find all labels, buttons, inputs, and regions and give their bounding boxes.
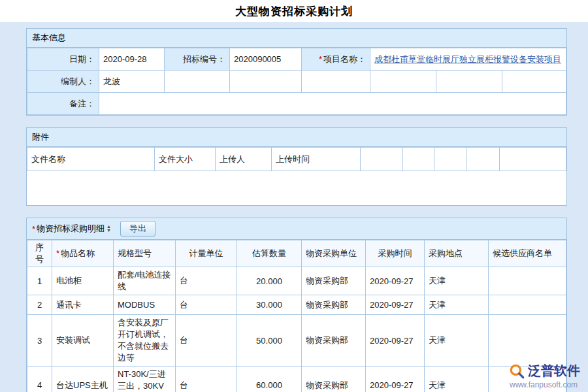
- cell-dept: 物资采购部: [302, 295, 366, 315]
- page-title: 大型物资招标采购计划: [235, 4, 353, 19]
- empty-cell: [230, 71, 302, 93]
- table-row: 日期： 2020-09-28 招标编号： 2020090005 *项目名称： 成…: [27, 48, 566, 71]
- attachments-empty-area: [27, 171, 566, 205]
- table-row: 备注：: [27, 93, 566, 115]
- project-label: *项目名称：: [302, 48, 370, 71]
- table-row: 编制人： 龙波: [27, 71, 566, 93]
- sort-control[interactable]: ▲ ▼: [106, 225, 111, 233]
- table-row: 1 电池柜 配套/电池连接线 台 20.000 物资采购部 2020-09-27…: [27, 267, 566, 295]
- empty-cell: [466, 148, 500, 171]
- cell-name: 安装调试: [52, 315, 114, 367]
- cell-unit: 台: [176, 367, 237, 392]
- bid-no-value: 2020090005: [230, 48, 302, 71]
- content-area: 基本信息 日期： 2020-09-28 招标编号： 2020090005 *项目…: [0, 22, 588, 392]
- attachments-table: 文件名称 文件大小 上传人 上传时间: [27, 147, 566, 171]
- col-header-dept: 物资采购单位: [302, 240, 366, 267]
- empty-cell: [403, 148, 434, 171]
- cell-place: 天津: [425, 295, 489, 315]
- required-mark: *: [319, 54, 322, 64]
- cell-name: 台达UPS主机: [52, 367, 114, 392]
- empty-cell: [370, 71, 436, 93]
- cell-spec: MODBUS: [114, 295, 176, 315]
- attachments-section: 附件 文件名称 文件大小 上传人 上传时间: [26, 127, 567, 206]
- cell-no: 4: [27, 367, 52, 392]
- col-header-date: 采购时间: [366, 240, 425, 267]
- cell-place: 天津: [425, 367, 489, 392]
- col-header-file-name: 文件名称: [27, 148, 155, 171]
- col-header-item-name: *物品名称: [52, 240, 114, 267]
- col-header-no: 序号: [27, 240, 52, 267]
- details-title: 物资招标采购明细: [37, 223, 105, 235]
- cell-unit: 台: [176, 267, 237, 295]
- compiler-value: 龙波: [99, 71, 165, 93]
- cell-unit: 台: [176, 295, 237, 315]
- cell-name: 通讯卡: [52, 295, 114, 315]
- required-mark: *: [56, 248, 59, 258]
- cell-qty: 50.000: [237, 315, 302, 367]
- cell-name: 电池柜: [52, 267, 114, 295]
- table-row: 3 安装调试 含安装及原厂开订机调试，不含就位搬去边等 台 50.000 物资采…: [27, 315, 566, 367]
- sort-down-icon: ▼: [106, 229, 111, 233]
- date-label: 日期：: [27, 48, 99, 71]
- cell-place: 天津: [425, 267, 489, 295]
- cell-qty: 30.000: [237, 295, 302, 315]
- cell-qty: 20.000: [237, 267, 302, 295]
- brand-url: www.fanpusoft.com: [508, 380, 580, 389]
- empty-cell: [165, 71, 230, 93]
- cell-spec: 含安装及原厂开订机调试，不含就位搬去边等: [114, 315, 176, 367]
- basic-info-table: 日期： 2020-09-28 招标编号： 2020090005 *项目名称： 成…: [27, 48, 566, 115]
- cell-suppliers: [489, 315, 566, 367]
- cell-unit: 台: [176, 315, 237, 367]
- cell-dept: 物资采购部: [302, 315, 366, 367]
- required-mark: *: [32, 224, 35, 234]
- cell-dept: 物资采购部: [302, 367, 366, 392]
- table-row: 2 通讯卡 MODBUS 台 30.000 物资采购部 2020-09-27 天…: [27, 295, 566, 315]
- empty-cell: [434, 148, 466, 171]
- cell-qty: 60.000: [237, 367, 302, 392]
- cell-no: 1: [27, 267, 52, 295]
- details-section: * 物资招标采购明细 ▲ ▼ 导出 序号 *物品名称 规格型号 计量单位 估算数…: [26, 218, 567, 392]
- cell-no: 2: [27, 295, 52, 315]
- cell-suppliers: [489, 295, 566, 315]
- fanpu-logo-icon: [508, 363, 525, 380]
- empty-cell: [502, 71, 566, 93]
- export-button[interactable]: 导出: [120, 221, 155, 237]
- remark-value: [99, 93, 566, 115]
- cell-spec: NT-30K/三进三出，30KVA/24KW: [114, 367, 176, 392]
- col-header-spec: 规格型号: [114, 240, 176, 267]
- bid-no-label: 招标编号：: [165, 48, 230, 71]
- cell-date: 2020-09-27: [366, 295, 425, 315]
- basic-info-header: 基本信息: [27, 29, 566, 48]
- attachments-header: 附件: [27, 128, 566, 147]
- table-row: 文件名称 文件大小 上传人 上传时间: [27, 148, 566, 171]
- remark-label: 备注：: [27, 93, 99, 115]
- table-header-row: 序号 *物品名称 规格型号 计量单位 估算数量 物资采购单位 采购时间 采购地点…: [27, 240, 566, 267]
- basic-info-section: 基本信息 日期： 2020-09-28 招标编号： 2020090005 *项目…: [26, 28, 567, 116]
- empty-cell: [361, 148, 403, 171]
- table-row: 4 台达UPS主机 NT-30K/三进三出，30KVA/24KW 台 60.00…: [27, 367, 566, 392]
- col-header-place: 采购地点: [425, 240, 489, 267]
- project-link[interactable]: 成都杜甫草堂临时展厅独立展柜报警设备安装项目: [374, 54, 561, 64]
- col-header-suppliers: 候选供应商名单: [489, 240, 566, 267]
- cell-date: 2020-09-27: [366, 267, 425, 295]
- cell-suppliers: [489, 267, 566, 295]
- cell-date: 2020-09-27: [366, 315, 425, 367]
- brand-footer: 泛普软件 www.fanpusoft.com: [508, 362, 580, 389]
- title-bar: 大型物资招标采购计划: [0, 0, 588, 22]
- cell-spec: 配套/电池连接线: [114, 267, 176, 295]
- compiler-label: 编制人：: [27, 71, 99, 93]
- cell-dept: 物资采购部: [302, 267, 366, 295]
- brand-row: 泛普软件: [508, 362, 580, 380]
- brand-name: 泛普软件: [528, 362, 580, 380]
- empty-cell: [436, 71, 502, 93]
- cell-no: 3: [27, 315, 52, 367]
- col-header-file-size: 文件大小: [155, 148, 216, 171]
- project-value-cell: 成都杜甫草堂临时展厅独立展柜报警设备安装项目: [370, 48, 566, 71]
- date-value: 2020-09-28: [99, 48, 165, 71]
- cell-place: 天津: [425, 315, 489, 367]
- details-table: 序号 *物品名称 规格型号 计量单位 估算数量 物资采购单位 采购时间 采购地点…: [27, 240, 566, 392]
- details-header-bar: * 物资招标采购明细 ▲ ▼ 导出: [27, 218, 566, 240]
- cell-date: 2020-09-27: [366, 367, 425, 392]
- empty-cell: [500, 148, 566, 171]
- col-header-qty: 估算数量: [237, 240, 302, 267]
